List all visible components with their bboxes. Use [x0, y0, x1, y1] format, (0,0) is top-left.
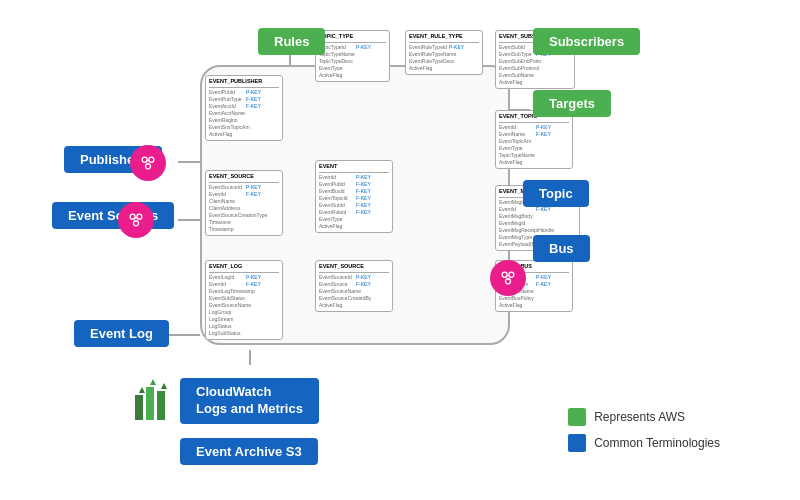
- legend-aws-item: Represents AWS: [568, 408, 720, 426]
- svg-marker-31: [150, 379, 156, 385]
- legend-common-color: [568, 434, 586, 452]
- svg-point-15: [130, 214, 135, 219]
- event-sources-icon: [118, 202, 154, 238]
- event-sources-label[interactable]: Event Sources: [52, 202, 174, 229]
- subscribers-label[interactable]: Subscribers: [533, 28, 640, 55]
- svg-rect-29: [157, 391, 165, 420]
- targets-label[interactable]: Targets: [533, 90, 611, 117]
- rules-label[interactable]: Rules: [258, 28, 325, 55]
- event-source-card-1: EVENT_SOURCE EventSourceIdP-KEY EventIdF…: [205, 170, 283, 236]
- event-topic-card: EVENT_TOPIC EventIdP-KEY EventNameF-KEY …: [495, 110, 573, 169]
- bus-icon: [490, 260, 526, 296]
- legend-aws-text: Represents AWS: [594, 410, 685, 424]
- svg-rect-27: [135, 395, 143, 420]
- event-log-card: EVENT_LOG EventLogIdP-KEY EventIdF-KEY E…: [205, 260, 283, 340]
- svg-marker-32: [161, 383, 167, 389]
- topic-label[interactable]: Topic: [523, 180, 589, 207]
- legend-common-text: Common Terminologies: [594, 436, 720, 450]
- event-source-card-2: EVENT_SOURCE EventSourceIdP-KEY EventSou…: [315, 260, 393, 312]
- cloudwatch-icon: [125, 375, 175, 429]
- bus-label[interactable]: Bus: [533, 235, 590, 262]
- publishers-icon: [130, 145, 166, 181]
- event-card: EVENT EventIdP-KEY EventPubIdF-KEY Event…: [315, 160, 393, 233]
- topic-type-card: TOPIC_TYPE TopicTypeIdP-KEY TopicTypeNam…: [315, 30, 390, 82]
- svg-marker-30: [139, 387, 145, 393]
- event-rule-type-card: EVENT_RULE_TYPE EventRuleTypeIdP-KEY Eve…: [405, 30, 483, 75]
- svg-point-16: [137, 214, 142, 219]
- svg-point-10: [149, 157, 154, 162]
- event-publisher-card: EVENT_PUBLISHER EventPubIdP-KEY EventPub…: [205, 75, 283, 141]
- legend: Represents AWS Common Terminologies: [568, 408, 720, 460]
- svg-point-9: [142, 157, 147, 162]
- event-archive-label[interactable]: Event Archive S3: [180, 438, 318, 465]
- event-log-label[interactable]: Event Log: [74, 320, 169, 347]
- cloudwatch-label[interactable]: CloudWatch Logs and Metrics: [180, 378, 319, 424]
- legend-aws-color: [568, 408, 586, 426]
- svg-rect-28: [146, 387, 154, 420]
- legend-common-item: Common Terminologies: [568, 434, 720, 452]
